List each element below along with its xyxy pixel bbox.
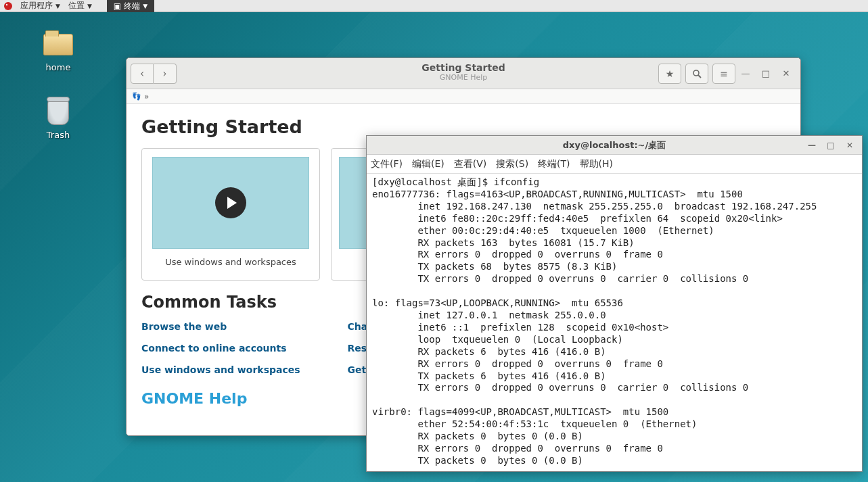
breadcrumb-sep: » [144,92,149,101]
terminal-output[interactable]: [dxy@localhost 桌面]$ ifconfig eno16777736… [367,174,862,471]
desktop-trash[interactable]: Trash [31,99,85,140]
taskbar-terminal-label: 终端 [124,0,140,12]
menu-edit[interactable]: 编辑(E) [412,158,444,170]
minimize-button[interactable]: — [802,136,821,155]
tutorial-thumb [152,157,309,249]
chevron-down-icon: ▼ [55,3,60,9]
breadcrumb[interactable]: 👣 » [127,89,800,104]
menu-applications[interactable]: 应用程序 ▼ [16,0,64,11]
menu-search[interactable]: 搜索(S) [496,158,528,170]
tutorial-card-windows[interactable]: Use windows and workspaces [141,148,320,281]
page-heading: Getting Started [141,116,785,137]
bookmark-button[interactable]: ★ [658,64,681,84]
help-titlebar[interactable]: ‹ › Getting Started GNOME Help ★ ≡ — □ ✕ [127,58,800,89]
tutorial-caption: Use windows and workspaces [165,257,296,267]
distro-logo-icon [3,1,14,11]
menu-button[interactable]: ≡ [712,64,735,84]
terminal-window: dxy@localhost:~/桌面 — □ ✕ 文件(F) 编辑(E) 查看(… [366,135,863,472]
taskbar-terminal[interactable]: ▣ 终端 ▼ [107,0,154,12]
desktop-home-label: home [31,62,85,72]
terminal-menubar: 文件(F) 编辑(E) 查看(V) 搜索(S) 终端(T) 帮助(H) [367,155,862,174]
desktop-home[interactable]: home [31,31,85,72]
menu-applications-label: 应用程序 [20,0,53,11]
task-link[interactable]: Use windows and workspaces [141,364,300,375]
menu-places[interactable]: 位置 ▼ [64,0,96,11]
search-button[interactable] [685,64,708,84]
svg-point-0 [4,2,12,10]
search-icon [692,69,702,78]
chevron-down-icon: ▼ [87,3,92,9]
svg-point-2 [693,70,699,76]
svg-point-1 [6,3,7,5]
top-panel: 应用程序 ▼ 位置 ▼ ▣ 终端 ▼ [0,0,868,12]
menu-places-label: 位置 [68,0,85,11]
menu-view[interactable]: 查看(V) [454,158,487,170]
back-button[interactable]: ‹ [131,64,154,84]
terminal-icon: ▣ [114,0,121,12]
maximize-button[interactable]: □ [756,64,776,84]
task-link[interactable]: Connect to online accounts [141,343,300,354]
menu-file[interactable]: 文件(F) [371,158,403,170]
trash-icon [42,99,74,126]
close-button[interactable]: ✕ [776,64,796,84]
task-link[interactable]: Browse the web [141,321,300,332]
desktop-trash-label: Trash [31,130,85,140]
menu-terminal[interactable]: 终端(T) [538,158,570,170]
svg-line-3 [698,75,701,78]
terminal-title: dxy@localhost:~/桌面 [563,139,666,151]
maximize-button[interactable]: □ [821,136,840,155]
play-icon [215,187,246,218]
chevron-down-icon: ▼ [143,0,147,12]
forward-button[interactable]: › [154,64,177,84]
menu-help[interactable]: 帮助(H) [580,158,613,170]
folder-icon [42,31,74,58]
close-button[interactable]: ✕ [840,136,859,155]
minimize-button[interactable]: — [735,64,756,84]
terminal-titlebar[interactable]: dxy@localhost:~/桌面 — □ ✕ [367,136,862,155]
footprint-icon: 👣 [132,92,141,101]
